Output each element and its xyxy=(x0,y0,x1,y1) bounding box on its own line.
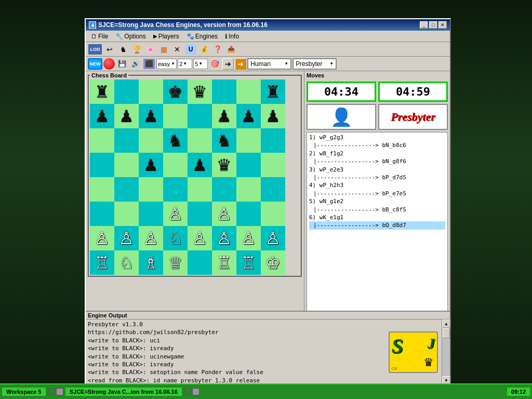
cell-5-6[interactable] xyxy=(236,202,261,226)
cell-5-7[interactable] xyxy=(261,202,285,226)
cell-2-6[interactable] xyxy=(236,128,261,153)
cell-6-3[interactable]: ♘ xyxy=(163,226,188,250)
cell-4-6[interactable] xyxy=(236,177,261,202)
knight-button[interactable]: ♞ xyxy=(117,44,129,55)
new-button[interactable]: NEW xyxy=(88,58,102,70)
coin-button[interactable]: 💰 xyxy=(198,44,210,55)
go-right2-button[interactable]: ➔ xyxy=(235,58,246,70)
cell-3-4[interactable]: ♟ xyxy=(188,153,212,177)
cell-3-2[interactable]: ♟ xyxy=(139,153,163,177)
cell-1-2[interactable]: ♟ xyxy=(139,104,163,128)
cell-7-5[interactable]: ♖ xyxy=(212,250,236,275)
grid-button[interactable]: ▦ xyxy=(157,44,170,55)
cell-3-3[interactable] xyxy=(163,153,188,177)
cell-7-0[interactable]: ♖ xyxy=(90,250,114,275)
cell-7-1[interactable]: ♘ xyxy=(114,250,139,275)
cell-5-2[interactable] xyxy=(139,202,163,226)
cell-6-7[interactable]: ♙ xyxy=(261,226,285,250)
cell-6-5[interactable]: ♙ xyxy=(212,226,236,250)
save-button[interactable]: 💾 xyxy=(116,58,128,70)
taskbar-dot-3[interactable] xyxy=(184,388,191,395)
help-button[interactable]: ❓ xyxy=(211,44,224,55)
cell-3-5[interactable]: ♛ xyxy=(212,153,236,177)
scroll-thumb[interactable] xyxy=(443,328,450,338)
cell-1-6[interactable]: ♟ xyxy=(236,104,261,128)
cell-2-0[interactable] xyxy=(90,128,114,153)
menu-info[interactable]: ℹ Info xyxy=(222,32,242,41)
cell-1-7[interactable]: ♟ xyxy=(261,104,285,128)
cell-2-1[interactable] xyxy=(114,128,139,153)
menu-file[interactable]: 🗋 File xyxy=(88,32,111,41)
cell-7-4[interactable] xyxy=(188,250,212,275)
volume-button[interactable]: 🔊 xyxy=(129,58,142,70)
cell-2-2[interactable] xyxy=(139,128,163,153)
cell-2-4[interactable] xyxy=(188,128,212,153)
cell-4-4[interactable] xyxy=(188,177,212,202)
cell-6-0[interactable]: ♙ xyxy=(90,226,114,250)
cell-0-5[interactable] xyxy=(212,79,236,104)
forward-button[interactable]: 📤 xyxy=(225,44,237,55)
menu-engines[interactable]: 🐾 Engines xyxy=(183,32,221,41)
x-button[interactable]: ✕ xyxy=(171,44,183,55)
cell-7-6[interactable]: ♖ xyxy=(236,250,261,275)
cell-0-3[interactable]: ♚ xyxy=(163,79,188,104)
cell-1-0[interactable]: ♟ xyxy=(90,104,114,128)
cell-0-0[interactable]: ♜ xyxy=(90,79,114,104)
cell-7-7[interactable]: ♔ xyxy=(261,250,285,275)
cell-7-2[interactable]: ♗ xyxy=(139,250,163,275)
num2-dropdown[interactable]: 5 ▼ xyxy=(193,59,208,69)
cell-2-7[interactable] xyxy=(261,128,285,153)
taskbar-window-title[interactable]: SJCE=Strong Java C...ion from 16.06.16 xyxy=(65,388,182,396)
menu-options[interactable]: 🔧 Options xyxy=(112,32,149,41)
maximize-button[interactable]: □ xyxy=(429,21,437,29)
undo-button[interactable]: ↩ xyxy=(103,44,116,55)
cell-4-3[interactable] xyxy=(163,177,188,202)
cell-5-3[interactable]: ♙ xyxy=(163,202,188,226)
cell-3-6[interactable] xyxy=(236,153,261,177)
engine-dropdown[interactable]: Presbyter ▼ xyxy=(292,58,337,70)
cell-5-1[interactable] xyxy=(114,202,139,226)
human-dropdown[interactable]: Human ▼ xyxy=(247,58,291,70)
load-button[interactable]: LOD xyxy=(88,44,102,55)
num1-dropdown[interactable]: 2 ▼ xyxy=(178,59,192,69)
cell-6-1[interactable]: ♙ xyxy=(114,226,139,250)
cell-1-3[interactable] xyxy=(163,104,188,128)
board-button[interactable]: ⬛ xyxy=(143,58,155,70)
cell-0-6[interactable] xyxy=(236,79,261,104)
cell-0-7[interactable]: ♜ xyxy=(261,79,285,104)
u-button[interactable]: U xyxy=(184,44,197,55)
cell-6-2[interactable]: ♙ xyxy=(139,226,163,250)
cell-5-0[interactable] xyxy=(90,202,114,226)
cell-5-4[interactable] xyxy=(188,202,212,226)
minimize-button[interactable]: _ xyxy=(420,21,428,29)
cell-1-5[interactable]: ♟ xyxy=(212,104,236,128)
cell-6-4[interactable]: ♙ xyxy=(188,226,212,250)
difficulty-dropdown[interactable]: easy ▼ xyxy=(156,59,177,69)
cell-0-4[interactable]: ♛ xyxy=(188,79,212,104)
cell-4-7[interactable] xyxy=(261,177,285,202)
cell-4-1[interactable] xyxy=(114,177,139,202)
cell-2-5[interactable]: ♞ xyxy=(212,128,236,153)
cell-4-2[interactable] xyxy=(139,177,163,202)
cell-3-0[interactable] xyxy=(90,153,114,177)
scroll-up-button[interactable]: ▲ xyxy=(442,320,450,328)
cell-4-5[interactable] xyxy=(212,177,236,202)
workspace-dot-1[interactable] xyxy=(48,388,55,395)
stop-button[interactable] xyxy=(103,58,115,70)
menu-players[interactable]: ▶ Players xyxy=(150,32,182,41)
board2-button[interactable]: 🎯 xyxy=(209,58,221,70)
close-button[interactable]: ✕ xyxy=(438,21,447,29)
cell-6-6[interactable]: ♙ xyxy=(236,226,261,250)
cell-0-1[interactable] xyxy=(114,79,139,104)
cell-7-3[interactable]: ♕ xyxy=(163,250,188,275)
cell-2-3[interactable]: ♞ xyxy=(163,128,188,153)
taskbar-dot-4[interactable] xyxy=(192,388,200,395)
cell-0-2[interactable] xyxy=(139,79,163,104)
cell-1-4[interactable] xyxy=(188,104,212,128)
chess-board[interactable]: ♜♚♛♜♟♟♟♟♟♟♞♞♟♟♛♙♙♙♙♙♘♙♙♙♙♖♘♗♕♖♖♔ xyxy=(90,79,285,275)
flower-button[interactable]: 🌸 xyxy=(144,44,156,55)
cell-1-1[interactable]: ♟ xyxy=(114,104,139,128)
trophy-button[interactable]: 🏆 xyxy=(130,44,143,55)
cell-3-7[interactable] xyxy=(261,153,285,177)
cell-3-1[interactable] xyxy=(114,153,139,177)
